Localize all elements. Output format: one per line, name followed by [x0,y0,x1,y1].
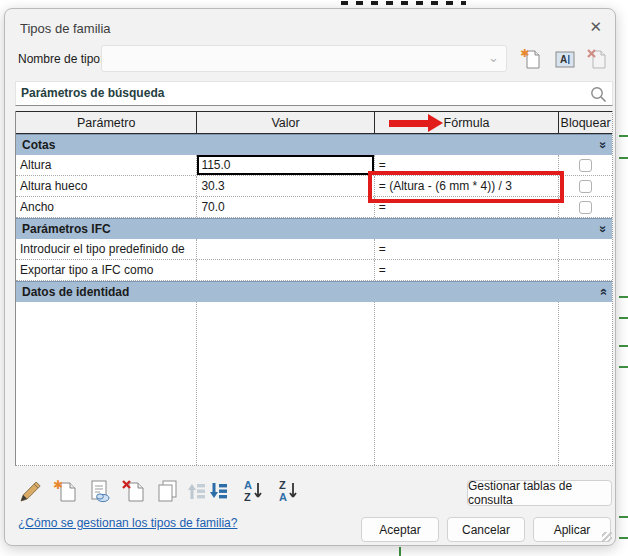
svg-text:A: A [560,54,567,65]
duplicate-parameter-icon[interactable] [154,477,181,505]
param-lock-cell [559,155,612,175]
manage-lookup-tables-button[interactable]: Gestionar tablas de consulta [467,480,612,506]
search-icon [589,85,608,104]
lock-checkbox[interactable] [579,159,592,172]
type-name-combobox[interactable]: ⌄ [101,45,507,72]
delete-parameter-icon[interactable] [120,477,147,505]
param-lock-cell [559,239,612,259]
param-lock-cell [559,176,612,196]
param-name-cell[interactable]: Introducir el tipo predefinido de [16,239,197,259]
table-row-tipo-predefinido: Introducir el tipo predefinido de = [16,239,612,260]
column-header-parameter[interactable]: Parámetro [16,112,197,133]
param-name-cell[interactable]: Ancho [16,197,197,217]
section-label: Parámetros IFC [22,222,111,236]
search-input[interactable]: Parámetros de búsqueda [15,81,613,106]
red-arrow-head [428,114,443,132]
empty-cell [16,302,197,465]
dialog-title: Tipos de familia [20,21,111,36]
canvas-level-line [619,537,628,539]
canvas-level-line [619,317,628,319]
red-highlight-box [368,171,564,203]
cancel-button[interactable]: Cancelar [447,517,525,542]
rename-type-icon[interactable]: A [553,47,577,71]
svg-text:✱: ✱ [53,478,63,492]
formula-header-label: Fórmula [444,116,490,130]
section-header-cotas[interactable]: Cotas » [16,134,612,155]
expand-chevron-icon[interactable]: » [597,288,607,295]
table-header-row: Parámetro Valor Fórmula Bloquear [16,111,612,134]
move-down-icon[interactable] [202,477,229,505]
section-label: Cotas [22,138,55,152]
param-value-cell[interactable] [197,260,374,280]
param-value-cell[interactable]: 115.0 [197,155,374,175]
resize-grip[interactable] [602,532,612,542]
delete-type-icon[interactable] [585,47,609,71]
type-name-label: Nombre de tipo: [18,52,103,66]
chevron-down-icon[interactable]: ⌄ [488,50,499,65]
param-value-cell[interactable]: 30.3 [197,176,374,196]
table-row-exportar-ifc: Exportar tipo a IFC como = [16,260,612,281]
help-link[interactable]: ¿Cómo se gestionan los tipos de familia? [18,516,237,530]
param-value-cell[interactable]: 70.0 [197,197,374,217]
param-lock-cell [559,197,612,217]
search-placeholder: Parámetros de búsqueda [21,86,164,100]
param-name-cell[interactable]: Altura [16,155,197,175]
column-header-lock[interactable]: Bloquear [559,112,612,133]
param-lock-cell [559,260,612,280]
param-formula-cell[interactable]: = [375,239,559,259]
canvas-level-line [619,157,628,159]
shared-parameter-icon[interactable] [86,477,113,505]
apply-button[interactable]: Aplicar [533,517,611,542]
sort-descending-icon[interactable]: Z A [275,477,302,505]
param-formula-cell[interactable]: = [375,260,559,280]
canvas-level-line [619,345,628,347]
param-value-cell[interactable] [197,239,374,259]
svg-text:Z: Z [244,491,251,503]
svg-text:Z: Z [279,479,286,491]
collapse-chevron-icon[interactable]: » [597,225,607,232]
param-name-cell[interactable]: Exportar tipo a IFC como [16,260,197,280]
section-header-datos-identidad[interactable]: Datos de identidad » [16,281,612,302]
canvas-grid-line [399,547,401,556]
lock-checkbox[interactable] [579,180,592,193]
param-name-cell[interactable]: Altura hueco [16,176,197,196]
lock-checkbox[interactable] [579,201,592,214]
table-empty-area [16,302,612,465]
svg-text:✱: ✱ [520,47,529,59]
empty-cell [197,302,374,465]
edit-parameter-icon[interactable] [17,477,44,505]
collapse-chevron-icon[interactable]: » [597,141,607,148]
red-arrow-annotation [389,120,428,127]
close-icon[interactable]: ✕ [589,18,602,36]
ok-button[interactable]: Aceptar [361,517,439,542]
parameters-table: Parámetro Valor Fórmula Bloquear Cotas »… [15,111,613,466]
family-types-dialog: Tipos de familia ✕ Nombre de tipo: ⌄ ✱ A… [4,8,616,546]
new-parameter-icon[interactable]: ✱ [52,477,79,505]
canvas-level-line [619,516,628,518]
canvas-level-line [619,135,628,137]
canvas-level-line [619,366,628,368]
sort-ascending-icon[interactable]: A Z [240,477,267,505]
section-header-parametros-ifc[interactable]: Parámetros IFC » [16,218,612,239]
new-type-icon[interactable]: ✱ [519,47,543,71]
svg-text:A: A [244,479,252,491]
empty-cell [375,302,559,465]
column-header-value[interactable]: Valor [197,112,374,133]
svg-text:A: A [279,491,287,503]
column-header-formula[interactable]: Fórmula [375,112,559,133]
empty-cell [559,302,612,465]
section-label: Datos de identidad [22,285,129,299]
canvas-level-line [619,296,628,298]
clipped-background-text [341,1,466,5]
